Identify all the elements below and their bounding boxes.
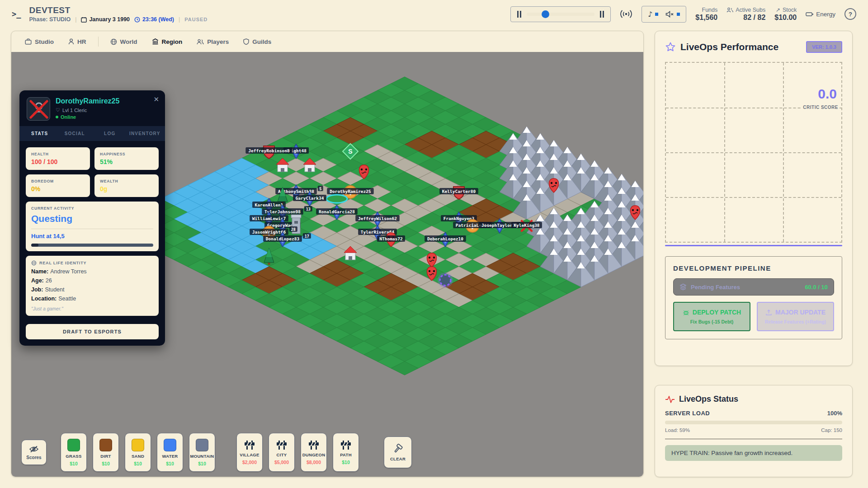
map-label: KellyCarter80 [439, 188, 478, 194]
tab-studio[interactable]: Studio [19, 36, 59, 48]
liveops-performance-title: LiveOps Performance [680, 42, 778, 52]
clear-tool-button[interactable]: CLEAR [384, 436, 412, 468]
speed-slider-knob[interactable] [542, 10, 549, 18]
columns-icon [152, 38, 159, 45]
player-tab-inventory[interactable]: INVENTORY [127, 131, 163, 136]
speed-control[interactable] [510, 6, 611, 22]
critic-score-label: CRITIC SCORE [802, 105, 840, 110]
speaker-mute-icon [665, 11, 674, 18]
tab-players[interactable]: Players [191, 36, 234, 48]
pending-features-bar: Pending Features 60.0 / 10 [673, 278, 834, 296]
terrain-tool-grass[interactable]: GRASS$10 [61, 433, 87, 472]
major-update-button[interactable]: MAJOR UPDATE Release Features (+Rating) [757, 302, 834, 331]
svg-text:WilliamLewis7: WilliamLewis7 [252, 216, 286, 221]
funds-value: $1,560 [695, 14, 717, 22]
player-tab-stats[interactable]: STATS [22, 131, 57, 136]
tab-world[interactable]: World [105, 36, 143, 48]
terrain-tool-sand[interactable]: SAND$10 [125, 433, 151, 472]
briefcase-icon [25, 38, 32, 45]
identity-row: Job:Student [31, 286, 153, 293]
time-display: 23:36 (Wed) [134, 16, 174, 23]
map-label: KarenAllen1 [252, 202, 286, 208]
barrier-icon [244, 440, 255, 450]
broadcast-icon[interactable] [620, 9, 632, 19]
tab-region[interactable]: Region [146, 36, 188, 48]
pending-features-value: 60.0 / 10 [805, 284, 828, 291]
svg-text:JasonWright66: JasonWright66 [252, 230, 286, 235]
pulse-icon [665, 395, 675, 404]
pause-icon[interactable] [517, 11, 521, 18]
map-label: JeffreyWilson62 [355, 215, 400, 221]
liveops-performance-card: LiveOps Performance VER: 1.0.3 0.0 CRITI… [655, 31, 853, 366]
identity-row: Location:Seattle [31, 296, 153, 302]
identity-quote: "Just a gamer." [31, 306, 153, 311]
divider: | [75, 16, 76, 23]
terminal-icon: >_ [12, 9, 21, 19]
player-stats-grid: HEALTH100 / 100HAPPINESS51%BOREDOM0%WEAL… [19, 141, 165, 322]
deploy-patch-button[interactable]: DEPLOY PATCH Fix Bugs (-15 Debt) [673, 302, 750, 331]
terrain-tool-dirt[interactable]: DIRT$10 [93, 433, 119, 472]
water-swatch [164, 439, 176, 451]
mountain-swatch [196, 439, 208, 451]
server-load-value: 100% [827, 410, 842, 417]
map-entity-target[interactable] [438, 272, 453, 288]
svg-text:13: 13 [306, 207, 311, 211]
heart-icon: ♡ [56, 107, 60, 113]
nav-tabs: StudioHRWorldRegionPlayersGuilds [11, 31, 643, 52]
building-tool-village[interactable]: VILLAGE$2,000 [236, 433, 263, 472]
player-tab-log[interactable]: LOG [92, 131, 127, 136]
scores-toggle-button[interactable]: Scores [21, 440, 47, 465]
player-tab-social[interactable]: SOCIAL [57, 131, 93, 136]
building-tool-path[interactable]: PATH$10 [333, 433, 359, 472]
terrain-tool-mountain[interactable]: MOUNTAIN$10 [189, 433, 215, 472]
stat-card-boredom: BOREDOM0% [26, 174, 90, 197]
svg-text:S: S [348, 148, 352, 155]
map-label: GaryClark34 [293, 195, 326, 201]
avatar [27, 97, 50, 121]
hype-train-banner: HYPE TRAIN: Passive fan growth increased… [665, 445, 842, 461]
pause-icon[interactable] [600, 11, 604, 18]
score-baseline [665, 245, 842, 246]
identity-row: Name:Andrew Torres [31, 268, 153, 275]
player-detail-panel: DorothyRamirez25 ♡Lvl 1 Cleric Online ✕ … [19, 90, 165, 346]
map-label: NThomas72 [377, 235, 405, 242]
svg-text:DonaldLopez83: DonaldLopez83 [266, 236, 300, 241]
speed-slider[interactable] [527, 13, 594, 16]
liveops-status-title: LiveOps Status [679, 394, 738, 404]
shield-icon [243, 38, 249, 45]
version-badge[interactable]: VER: 1.0.3 [806, 41, 842, 53]
globe-icon [110, 38, 117, 45]
pipeline-title: DEVELOPMENT PIPELINE [673, 264, 834, 272]
activity-progress-bar [31, 244, 153, 247]
barrier-icon [340, 440, 352, 450]
map-label: DorothyRamirez25 [327, 188, 373, 194]
critic-score-chart: 0.0 CRITIC SCORE [665, 62, 842, 243]
battery-icon [806, 12, 813, 17]
player-panel-tabs: STATSSOCIALLOGINVENTORY [19, 126, 165, 141]
draft-to-esports-button[interactable]: DRAFT TO ESPORTS [26, 324, 159, 339]
svg-text:JeffreyWilson62: JeffreyWilson62 [358, 216, 397, 221]
calendar-icon [81, 17, 87, 23]
building-tool-city[interactable]: CITY$5,000 [269, 433, 295, 472]
svg-text:GaryClark34: GaryClark34 [296, 196, 324, 201]
critic-score-value: 0.0 [818, 86, 837, 102]
tab-guilds[interactable]: Guilds [238, 36, 277, 48]
sand-swatch [132, 439, 144, 451]
people-icon [197, 39, 204, 45]
divider: | [179, 16, 180, 23]
building-tool-dungeon[interactable]: DUNGEON$8,000 [301, 433, 327, 472]
tab-hr[interactable]: HR [63, 36, 92, 48]
game-title: DEVTEST [29, 5, 208, 15]
terrain-tool-water[interactable]: WATER$10 [157, 433, 183, 472]
music-indicator [655, 13, 658, 16]
close-icon[interactable]: ✕ [153, 95, 159, 103]
help-button[interactable]: ? [844, 8, 856, 20]
music-toggle[interactable]: ♪ [648, 10, 658, 19]
barrier-icon [276, 440, 288, 450]
sfx-indicator [677, 13, 680, 16]
people-icon [726, 7, 733, 13]
map-label: RonaldGarcia28 [316, 208, 358, 215]
mute-toggle[interactable] [665, 11, 680, 18]
liveops-status-card: LiveOps Status SERVER LOAD 100% Load: 59… [655, 385, 853, 477]
player-class: ♡Lvl 1 Cleric [56, 107, 119, 113]
